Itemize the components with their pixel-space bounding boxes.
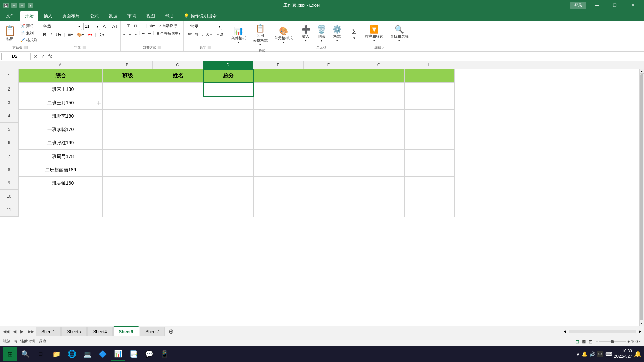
paste-button[interactable]: 📋 粘贴	[1, 23, 18, 43]
tab-formula[interactable]: 公式	[85, 11, 103, 21]
cut-button[interactable]: ✂️剪切	[19, 23, 39, 29]
cell-g2[interactable]	[354, 83, 405, 96]
cell-f11[interactable]	[304, 203, 354, 217]
merge-center-button[interactable]: ⊞ 合并后居中▾	[155, 30, 182, 37]
align-left-button[interactable]: ≡	[122, 30, 127, 37]
undo-icon[interactable]: ↩	[11, 3, 17, 8]
row-num-4[interactable]: 4	[0, 109, 18, 123]
format-button[interactable]: ⚙️ 格式 ▾	[330, 24, 344, 44]
number-format-selector[interactable]: 常规 ▾	[189, 23, 222, 30]
vertical-scrollbar[interactable]: ▲ ▼	[639, 69, 644, 326]
tab-insert[interactable]: 插入	[39, 11, 57, 21]
sheet-nav-next[interactable]: ▶	[18, 328, 25, 335]
table-format-button[interactable]: 📋 套用 表格格式 ▾	[250, 23, 270, 48]
sheet-tab-sheet5[interactable]: Sheet5	[61, 327, 87, 336]
cell-b8[interactable]	[103, 163, 153, 177]
cell-c4[interactable]	[153, 110, 203, 123]
cell-h7[interactable]	[405, 150, 455, 163]
row-num-5[interactable]: 5	[0, 123, 18, 136]
cell-c8[interactable]	[153, 163, 203, 177]
row-num-3[interactable]: 3	[0, 96, 18, 109]
font-size-selector[interactable]: 11 ▾	[83, 23, 100, 30]
font-decrease-button[interactable]: A↓	[111, 23, 119, 30]
cell-b2[interactable]	[103, 83, 153, 96]
col-header-b[interactable]: B	[102, 61, 153, 69]
cell-c6[interactable]	[153, 136, 203, 150]
cell-c1[interactable]: 姓名	[153, 69, 203, 83]
border-button[interactable]: ⊞▾	[67, 32, 74, 38]
cell-g6[interactable]	[354, 136, 405, 150]
normal-view-button[interactable]: ⊟	[575, 339, 579, 344]
cell-f9[interactable]	[304, 177, 354, 190]
confirm-formula-icon[interactable]: ✓	[40, 54, 46, 59]
cell-e7[interactable]	[254, 150, 304, 163]
cell-g8[interactable]	[354, 163, 405, 177]
cell-c9[interactable]	[153, 177, 203, 190]
col-header-g[interactable]: G	[354, 61, 404, 69]
cell-f8[interactable]	[304, 163, 354, 177]
decimal-decrease-button[interactable]: ←.0	[215, 31, 224, 37]
restore-button[interactable]: ❐	[607, 0, 623, 11]
row-num-9[interactable]: 9	[0, 176, 18, 190]
text-orientation-button[interactable]: ab▾	[147, 23, 156, 29]
sheet-nav-right[interactable]: ▶▶	[25, 328, 36, 335]
conditional-format-button[interactable]: 📊 条件格式 ▾	[229, 25, 249, 45]
cell-f7[interactable]	[304, 150, 354, 163]
align-center-button[interactable]: ≡	[127, 30, 132, 37]
cell-reference-box[interactable]	[1, 53, 28, 60]
close-button[interactable]: ✕	[625, 0, 641, 11]
cell-h5[interactable]	[405, 123, 455, 136]
page-layout-view-button[interactable]: ⊠	[582, 339, 586, 344]
cell-b3[interactable]	[103, 96, 153, 110]
cell-f2[interactable]	[304, 83, 354, 96]
edge-icon[interactable]: 🌐	[64, 347, 79, 361]
cell-e9[interactable]	[254, 177, 304, 190]
redo-icon[interactable]: ↪	[19, 3, 25, 8]
sheet-tab-sheet1[interactable]: Sheet1	[36, 327, 61, 336]
cell-a1[interactable]: 综合	[19, 69, 103, 83]
font-name-selector[interactable]: 等线 ▾	[42, 23, 82, 30]
cell-e3[interactable]	[254, 96, 304, 110]
decimal-increase-button[interactable]: .0→	[205, 31, 214, 37]
cell-f6[interactable]	[304, 136, 354, 150]
cell-d6[interactable]	[203, 136, 254, 150]
indent-increase-button[interactable]: ⇥	[147, 30, 152, 37]
h-scroll-right[interactable]: ▶	[637, 329, 643, 333]
cell-b6[interactable]	[103, 136, 153, 150]
cell-d9[interactable]	[203, 177, 254, 190]
cell-h4[interactable]	[405, 110, 455, 123]
cell-d1[interactable]: 总分	[203, 69, 254, 83]
align-right-button[interactable]: ≡	[133, 30, 138, 37]
save-icon[interactable]: 💾	[3, 3, 9, 8]
cell-g7[interactable]	[354, 150, 405, 163]
cell-e5[interactable]	[254, 123, 304, 136]
font-increase-button[interactable]: A↑	[101, 23, 109, 30]
h-scroll-left[interactable]: ◀	[562, 329, 568, 333]
cell-e1[interactable]	[254, 69, 304, 83]
row-num-8[interactable]: 8	[0, 163, 18, 176]
zoom-slider[interactable]: − + 100%	[595, 339, 641, 344]
col-header-e[interactable]: E	[253, 61, 304, 69]
login-button[interactable]: 登录	[570, 2, 586, 9]
insert-function-icon[interactable]: fx	[47, 54, 53, 59]
cancel-formula-icon[interactable]: ✕	[33, 54, 39, 59]
volume-icon[interactable]: 🔊	[589, 351, 595, 357]
sheet-tab-sheet6[interactable]: Sheet6	[113, 326, 139, 336]
cell-a5[interactable]: 一班李晓170	[19, 123, 103, 136]
cell-h11[interactable]	[405, 203, 455, 217]
cell-b4[interactable]	[103, 110, 153, 123]
row-num-2[interactable]: 2	[0, 82, 18, 96]
tab-review[interactable]: 审阅	[123, 11, 141, 21]
cell-b1[interactable]: 班级	[103, 69, 153, 83]
page-break-view-button[interactable]: ⊡	[589, 339, 593, 344]
cell-g9[interactable]	[354, 177, 405, 190]
cell-c5[interactable]	[153, 123, 203, 136]
copy-button[interactable]: 📄复制	[19, 30, 39, 36]
cell-g10[interactable]	[354, 190, 405, 203]
sheet-nav-left[interactable]: ◀◀	[1, 328, 11, 335]
special-char-button[interactable]: 文▾	[97, 32, 106, 38]
cell-d8[interactable]	[203, 163, 254, 177]
currency-button[interactable]: ¥▾	[186, 31, 193, 37]
cell-h9[interactable]	[405, 177, 455, 190]
align-bottom-button[interactable]: ⊥	[139, 23, 145, 29]
